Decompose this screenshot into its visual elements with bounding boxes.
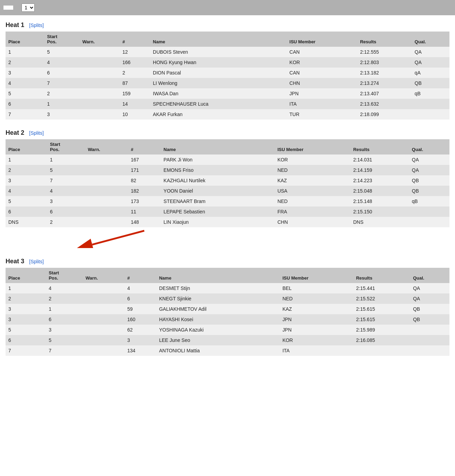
col-header-5: ISU Member bbox=[275, 139, 351, 155]
cell-r4-c1: 3 bbox=[47, 196, 85, 206]
cell-r2-c3: 59 bbox=[125, 304, 156, 314]
cell-r1-c0: 2 bbox=[6, 165, 47, 175]
col-header-3: # bbox=[125, 268, 156, 283]
splits-link-3[interactable]: [Splits] bbox=[29, 259, 44, 264]
cell-r3-c3: 182 bbox=[128, 186, 161, 196]
cell-r1-c2 bbox=[83, 293, 125, 304]
tab-semifinals[interactable] bbox=[3, 6, 13, 10]
heat-section-2: Heat 2[Splits]PlaceStart Pos.Warn.#NameI… bbox=[0, 123, 455, 252]
cell-r1-c1: 5 bbox=[47, 165, 85, 175]
heat-title-1: Heat 1[Splits] bbox=[6, 21, 449, 29]
cell-r0-c7: QA bbox=[409, 155, 449, 165]
cell-r6-c7 bbox=[412, 109, 449, 120]
cell-r4-c7 bbox=[410, 325, 449, 335]
cell-r3-c3: 87 bbox=[120, 78, 150, 88]
cell-r0-c7: QA bbox=[410, 283, 449, 293]
cell-r0-c5: KOR bbox=[275, 155, 351, 165]
cell-r2-c2 bbox=[80, 68, 120, 78]
table-row: 5362YOSHINAGA KazukiJPN2:15.989 bbox=[6, 325, 449, 335]
cell-r4-c3: 62 bbox=[125, 325, 156, 335]
table-row: 6114SPECHENHAUSER LucaITA2:13.632 bbox=[6, 99, 449, 109]
cell-r4-c5: JPN bbox=[280, 325, 353, 335]
cell-r6-c6 bbox=[353, 345, 410, 356]
table-row: 11167PARK Ji WonKOR2:14.031QA bbox=[6, 155, 449, 165]
cell-r4-c0: 5 bbox=[6, 88, 44, 99]
cell-r4-c2 bbox=[83, 325, 125, 335]
cell-r6-c5: TUR bbox=[287, 109, 358, 120]
table-row: 52159IWASA DanJPN2:13.407qB bbox=[6, 88, 449, 99]
cell-r4-c3: 159 bbox=[120, 88, 150, 99]
cell-r6-c7 bbox=[410, 345, 449, 356]
col-header-2: Warn. bbox=[83, 268, 125, 283]
cell-r0-c2 bbox=[85, 155, 128, 165]
cell-r1-c0: 2 bbox=[6, 57, 44, 68]
cell-r0-c7: QA bbox=[412, 47, 449, 57]
cell-r0-c3: 4 bbox=[125, 283, 156, 293]
cell-r5-c1: 5 bbox=[46, 335, 83, 345]
cell-r1-c5: KOR bbox=[287, 57, 358, 68]
table-row: 25171EMONS FrisoNED2:14.159QA bbox=[6, 165, 449, 175]
heat-jump-select[interactable]: 1 2 3 bbox=[22, 3, 35, 12]
cell-r1-c4: HONG Kyung Hwan bbox=[150, 57, 287, 68]
col-header-2: Warn. bbox=[85, 139, 128, 155]
col-header-1: Start Pos. bbox=[46, 268, 83, 283]
splits-link-1[interactable]: [Splits] bbox=[29, 23, 44, 28]
cell-r1-c6: 2:15.522 bbox=[353, 293, 410, 304]
cell-r6-c3: 134 bbox=[125, 345, 156, 356]
cell-r5-c7 bbox=[412, 99, 449, 109]
heat-section-1: Heat 1[Splits]PlaceStart Pos.Warn.#NameI… bbox=[0, 15, 455, 123]
cell-r2-c5: KAZ bbox=[275, 175, 351, 186]
col-header-7: Qual. bbox=[412, 32, 449, 47]
col-header-0: Place bbox=[6, 268, 46, 283]
table-row: 362DION PascalCAN2:13.182qA bbox=[6, 68, 449, 78]
cell-r5-c6: 2:13.632 bbox=[357, 99, 412, 109]
cell-r2-c1: 7 bbox=[47, 175, 85, 186]
col-header-7: Qual. bbox=[409, 139, 449, 155]
col-header-6: Results bbox=[350, 139, 409, 155]
cell-r5-c0: 6 bbox=[6, 335, 46, 345]
cell-r2-c0: 3 bbox=[6, 175, 47, 186]
heat-number-2: Heat 2 bbox=[6, 129, 24, 136]
cell-r5-c5: KOR bbox=[280, 335, 353, 345]
cell-r5-c3: 3 bbox=[125, 335, 156, 345]
cell-r0-c6: 2:15.441 bbox=[353, 283, 410, 293]
cell-r4-c7: qB bbox=[409, 196, 449, 206]
arrow-indicator bbox=[6, 227, 449, 248]
cell-r4-c3: 173 bbox=[128, 196, 161, 206]
cell-r2-c4: DION Pascal bbox=[150, 68, 287, 78]
cell-r1-c7: QA bbox=[410, 293, 449, 304]
table-row: 226KNEGT SjinkieNED2:15.522QA bbox=[6, 293, 449, 304]
cell-r5-c3: 11 bbox=[128, 206, 161, 217]
cell-r0-c3: 167 bbox=[128, 155, 161, 165]
cell-r4-c1: 2 bbox=[44, 88, 80, 99]
cell-r1-c3: 171 bbox=[128, 165, 161, 175]
cell-r3-c7: QB bbox=[410, 314, 449, 325]
cell-r4-c0: 5 bbox=[6, 196, 47, 206]
cell-r2-c7: QB bbox=[410, 304, 449, 314]
cell-r3-c1: 7 bbox=[44, 78, 80, 88]
table-row: 653LEE June SeoKOR2:16.085 bbox=[6, 335, 449, 345]
cell-r3-c1: 4 bbox=[47, 186, 85, 196]
heat-title-2: Heat 2[Splits] bbox=[6, 129, 449, 136]
cell-r1-c2 bbox=[80, 57, 120, 68]
cell-r0-c4: PARK Ji Won bbox=[161, 155, 275, 165]
col-header-7: Qual. bbox=[410, 268, 449, 283]
cell-r6-c2 bbox=[80, 109, 120, 120]
table-row: 77134ANTONIOLI MattiaITA bbox=[6, 345, 449, 356]
cell-r5-c4: LEE June Seo bbox=[156, 335, 280, 345]
cell-r6-c4: ANTONIOLI Mattia bbox=[156, 345, 280, 356]
cell-r4-c2 bbox=[85, 196, 128, 206]
splits-link-2[interactable]: [Splits] bbox=[29, 130, 44, 136]
cell-r3-c3: 160 bbox=[125, 314, 156, 325]
cell-r2-c0: 3 bbox=[6, 68, 44, 78]
cell-r1-c7: QA bbox=[412, 57, 449, 68]
table-row: DNS2148LIN XiaojunCHNDNS bbox=[6, 217, 449, 227]
cell-r1-c3: 6 bbox=[125, 293, 156, 304]
cell-r5-c0: 6 bbox=[6, 99, 44, 109]
cell-r6-c1: 7 bbox=[46, 345, 83, 356]
cell-r3-c7: QB bbox=[412, 78, 449, 88]
cell-r1-c6: 2:14.159 bbox=[350, 165, 409, 175]
cell-r2-c4: KAZHGALI Nurtilek bbox=[161, 175, 275, 186]
cell-r4-c5: JPN bbox=[287, 88, 358, 99]
cell-r5-c2 bbox=[85, 206, 128, 217]
